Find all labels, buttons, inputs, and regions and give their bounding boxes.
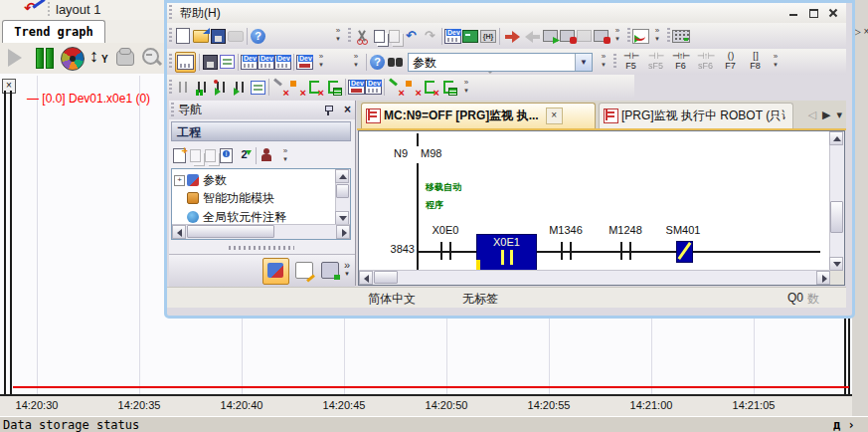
buffer-memory-icon[interactable] bbox=[440, 79, 457, 96]
tab-close-icon[interactable]: × bbox=[546, 108, 563, 124]
document-list-icon[interactable] bbox=[220, 55, 235, 69]
fkey-open-contact-branch[interactable]: ⊣ ⊢sF5 bbox=[643, 51, 668, 73]
ladder-canvas[interactable]: N9 M98 移载自动 程序 3843 X0E0 X0E1 bbox=[358, 130, 845, 286]
sampling-icon[interactable] bbox=[404, 79, 421, 96]
annotate-icon[interactable]: ↶ bbox=[24, 0, 46, 17]
open-project-icon[interactable] bbox=[193, 30, 209, 43]
scroll-right-icon[interactable] bbox=[336, 225, 350, 239]
scroll-thumb[interactable] bbox=[830, 201, 843, 233]
status-right-glyph[interactable]: д › bbox=[833, 418, 855, 432]
filter-user-icon[interactable] bbox=[260, 147, 276, 164]
layout-tab-label[interactable]: layout 1 bbox=[56, 2, 101, 17]
toolbar-grip[interactable] bbox=[169, 28, 172, 44]
more-views-chevron[interactable]: » bbox=[344, 261, 350, 279]
scroll-left-icon[interactable] bbox=[359, 271, 373, 285]
find-binoculars-icon[interactable] bbox=[387, 54, 404, 71]
plc-module-icon[interactable] bbox=[203, 55, 218, 70]
toolbar-grip[interactable] bbox=[169, 80, 172, 96]
toolbar-grip[interactable] bbox=[667, 28, 670, 44]
panel-splitter[interactable] bbox=[229, 246, 294, 250]
zoom-out-icon[interactable] bbox=[140, 46, 164, 70]
nav-copy-icon[interactable] bbox=[190, 149, 201, 162]
tab-list-icon[interactable]: ▾ bbox=[836, 108, 842, 121]
device-test-on-icon[interactable] bbox=[271, 79, 288, 96]
device-display-icon[interactable]: Dev bbox=[296, 55, 313, 70]
tree-vertical-scrollbar[interactable] bbox=[335, 169, 350, 225]
menu-help[interactable]: 帮助(H) bbox=[174, 5, 227, 22]
connection-destination-button[interactable] bbox=[317, 258, 342, 283]
tab-trend-graph[interactable]: Trend graph bbox=[2, 20, 105, 43]
toolbar-overflow[interactable] bbox=[460, 79, 472, 97]
legend-entry[interactable]: — [0.0] Dev01.x0e1 (0) bbox=[27, 92, 150, 106]
toolbar-grip[interactable] bbox=[627, 28, 630, 44]
new-project-icon[interactable] bbox=[176, 28, 190, 44]
toolbar-overflow[interactable] bbox=[770, 53, 781, 71]
menu-grip[interactable] bbox=[169, 5, 172, 21]
forced-input-icon[interactable] bbox=[306, 79, 323, 96]
watch-window-icon[interactable] bbox=[251, 81, 265, 95]
property-icon[interactable] bbox=[220, 148, 233, 163]
monitor-start-ladder-icon[interactable] bbox=[213, 79, 230, 96]
device-memory-icon[interactable]: Dev bbox=[258, 55, 274, 70]
monitor-screen-icon[interactable] bbox=[462, 30, 478, 43]
ladder-vertical-scrollbar[interactable] bbox=[829, 131, 844, 271]
device-test-off-icon[interactable] bbox=[288, 79, 305, 96]
tab-prg-monitor-robot[interactable]: [PRG]监视 执行中 ROBOT (只读 bbox=[599, 103, 793, 128]
monitor-pause-icon[interactable] bbox=[577, 30, 592, 42]
navigation-window-toggle[interactable] bbox=[175, 52, 196, 73]
nav-overflow[interactable] bbox=[279, 147, 291, 165]
scroll-down-icon[interactable] bbox=[335, 211, 349, 225]
start-monitor-icon[interactable] bbox=[543, 30, 558, 42]
help-2-icon[interactable]: ? bbox=[370, 55, 385, 70]
help-icon[interactable]: ? bbox=[251, 29, 265, 44]
expand-icon[interactable]: + bbox=[174, 175, 185, 186]
device-comment-icon[interactable]: Dev bbox=[241, 55, 258, 70]
panel-grip[interactable] bbox=[171, 103, 174, 118]
forced-output-icon[interactable] bbox=[325, 79, 342, 96]
nav-paste-icon[interactable] bbox=[205, 149, 216, 162]
restore-icon[interactable] bbox=[806, 6, 820, 19]
device-find-icon[interactable]: Dev bbox=[444, 29, 461, 44]
save-icon[interactable] bbox=[211, 29, 226, 44]
find-zoom-dropdown[interactable] bbox=[350, 53, 362, 71]
device-windows-icon[interactable]: Dev bbox=[274, 55, 291, 70]
selected-contact-x0e1[interactable]: X0E1 bbox=[476, 234, 537, 271]
project-view-button[interactable] bbox=[262, 258, 289, 285]
close-icon[interactable] bbox=[826, 6, 840, 19]
scroll-thumb[interactable] bbox=[374, 271, 398, 284]
tab-mc-n9-off[interactable]: MC:N9=OFF [PRG]监视 执... × bbox=[361, 103, 596, 128]
new-item-icon[interactable] bbox=[173, 148, 186, 163]
fkey-open-contact[interactable]: ⊣ ⊢F5 bbox=[618, 51, 643, 73]
cut-icon[interactable] bbox=[354, 28, 371, 45]
color-wheel-icon[interactable] bbox=[60, 46, 84, 70]
sort-icon[interactable]: 2 bbox=[236, 147, 253, 164]
chevron-down-icon[interactable]: ▼ bbox=[575, 54, 592, 71]
toolbar-overflow[interactable] bbox=[332, 27, 344, 45]
monitor-write-mode-icon[interactable] bbox=[194, 79, 211, 96]
key-operation-icon[interactable] bbox=[672, 30, 690, 43]
fkey-coil[interactable]: ( )F7 bbox=[718, 51, 743, 73]
copy-icon[interactable] bbox=[374, 30, 385, 43]
monitor-mode-icon[interactable] bbox=[175, 79, 192, 96]
scroll-down-icon[interactable] bbox=[829, 257, 843, 271]
device-test-cancel-icon[interactable]: Dev bbox=[348, 80, 365, 95]
device-batch-icon[interactable]: {H} bbox=[480, 30, 496, 43]
paste-icon[interactable] bbox=[389, 30, 400, 43]
device-display-dropdown[interactable] bbox=[315, 53, 327, 71]
scan-time-icon[interactable] bbox=[387, 79, 404, 96]
y-scale-icon[interactable]: ↕ Y bbox=[88, 46, 112, 70]
toolbar-overflow[interactable] bbox=[651, 27, 663, 45]
tab-scroll-right-icon[interactable]: ▶ bbox=[822, 108, 830, 121]
scroll-thumb[interactable] bbox=[336, 184, 349, 198]
local-device-icon[interactable] bbox=[422, 79, 438, 96]
fkey-application-instruction[interactable]: [ ]F8 bbox=[743, 51, 768, 73]
pin-icon[interactable] bbox=[323, 105, 333, 115]
pan-hand-icon[interactable] bbox=[113, 46, 137, 70]
toolbar-grip[interactable] bbox=[169, 54, 172, 70]
scroll-thumb[interactable] bbox=[187, 225, 274, 238]
monitor-condition-icon[interactable] bbox=[594, 30, 608, 42]
pause-icon[interactable] bbox=[33, 46, 57, 70]
undo-icon[interactable]: ↶ bbox=[403, 28, 420, 45]
minimize-icon[interactable] bbox=[786, 6, 800, 19]
scroll-right-icon[interactable] bbox=[816, 271, 830, 285]
